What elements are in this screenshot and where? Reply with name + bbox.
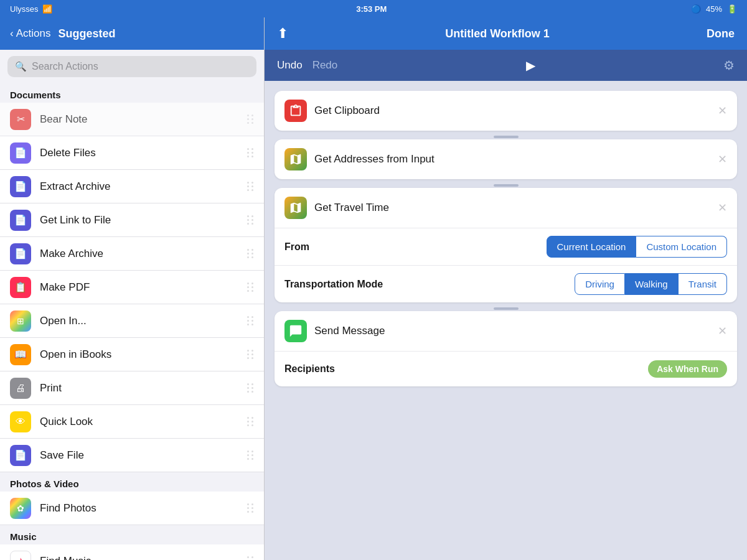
list-item[interactable]: 📄 Delete Files: [0, 136, 264, 170]
action-label: Extract Archive: [40, 180, 242, 193]
list-item[interactable]: 📄 Extract Archive: [0, 170, 264, 203]
play-area: ▶: [347, 58, 713, 73]
wifi-icon: 📶: [42, 4, 52, 14]
status-time: 3:53 PM: [356, 4, 387, 14]
list-item[interactable]: ♪ Find Music: [0, 544, 264, 560]
list-item[interactable]: 📄 Get Link to File: [0, 203, 264, 237]
drag-handle: [247, 148, 254, 157]
workflow-card-get-travel-time: Get Travel Time ✕ From Current Location …: [275, 188, 737, 302]
drag-handle: [247, 503, 254, 513]
custom-location-button[interactable]: Custom Location: [636, 236, 727, 258]
list-item[interactable]: ✂ Bear Note: [0, 103, 264, 136]
list-item[interactable]: 📖 Open in iBooks: [0, 338, 264, 371]
drag-handle: [247, 383, 254, 393]
current-location-button[interactable]: Current Location: [547, 236, 637, 258]
list-item[interactable]: ✿ Find Photos: [0, 492, 264, 525]
section-header-photos: Photos & Video: [0, 472, 264, 492]
action-label: Open in iBooks: [40, 348, 242, 361]
list-item[interactable]: 📄 Save File: [0, 439, 264, 472]
transportation-mode-label: Transportation Mode: [284, 279, 383, 290]
action-icon: 📖: [10, 344, 31, 365]
left-nav-title: Suggested: [58, 27, 115, 40]
action-label: Find Music: [40, 555, 242, 561]
workflow-content: Get Clipboard ✕ Get Addresses from Input…: [265, 81, 747, 560]
drag-handle: [247, 282, 254, 292]
right-nav: ⬆ Untitled Workflow 1 Done: [265, 17, 747, 50]
section-header-documents: Documents: [0, 83, 264, 103]
status-left: Ulysses 📶: [10, 4, 52, 14]
action-label: Find Photos: [40, 502, 242, 515]
list-item[interactable]: 👁 Quick Look: [0, 405, 264, 439]
toolbar: Undo Redo ▶ ⚙: [265, 50, 747, 81]
driving-button[interactable]: Driving: [575, 273, 625, 295]
close-get-clipboard-button[interactable]: ✕: [718, 104, 727, 118]
workflow-title: Untitled Workflow 1: [288, 27, 707, 40]
workflow-card-send-message: Send Message ✕ Recipients Ask When Run: [275, 311, 737, 386]
workflow-card-header: Get Addresses from Input ✕: [275, 139, 737, 179]
close-get-travel-time-button[interactable]: ✕: [718, 201, 727, 215]
walking-button[interactable]: Walking: [625, 273, 679, 295]
search-input[interactable]: Search Actions: [32, 61, 98, 72]
get-addresses-title: Get Addresses from Input: [314, 153, 710, 166]
redo-button[interactable]: Redo: [312, 59, 338, 72]
transportation-mode-segmented-control: Driving Walking Transit: [575, 273, 727, 295]
drag-handle: [247, 417, 254, 426]
settings-icon[interactable]: ⚙: [723, 58, 735, 73]
transit-button[interactable]: Transit: [679, 273, 727, 295]
battery-percent: 45%: [706, 4, 722, 14]
recipients-label: Recipients: [284, 363, 648, 375]
workflow-card-get-addresses: Get Addresses from Input ✕: [275, 139, 737, 179]
play-button[interactable]: ▶: [526, 58, 535, 73]
drag-handle: [247, 249, 254, 258]
close-get-addresses-button[interactable]: ✕: [718, 152, 727, 166]
ask-when-run-badge[interactable]: Ask When Run: [648, 360, 727, 378]
action-label: Delete Files: [40, 147, 242, 159]
transportation-mode-row: Transportation Mode Driving Walking Tran…: [275, 266, 737, 302]
workflow-card-header: Get Clipboard ✕: [275, 91, 737, 131]
back-label: Actions: [16, 27, 51, 40]
search-icon: 🔍: [15, 61, 27, 72]
workflow-card-header: Send Message ✕: [275, 311, 737, 351]
action-icon: 🖨: [10, 378, 31, 399]
left-nav: ‹ Actions Suggested: [0, 17, 264, 50]
undo-button[interactable]: Undo: [277, 59, 303, 72]
close-send-message-button[interactable]: ✕: [718, 324, 727, 338]
status-bar: Ulysses 📶 3:53 PM 🔵 45% 🔋: [0, 0, 747, 17]
get-addresses-icon: [284, 148, 307, 170]
action-icon: ♪: [10, 551, 31, 561]
from-segmented-control: Current Location Custom Location: [547, 236, 727, 258]
workflow-card-get-clipboard: Get Clipboard ✕: [275, 91, 737, 131]
list-item[interactable]: ⊞ Open In...: [0, 304, 264, 338]
status-right: 🔵 45% 🔋: [691, 4, 737, 14]
action-label: Quick Look: [40, 416, 242, 428]
action-icon: ⊞: [10, 310, 31, 332]
action-icon: ✿: [10, 498, 31, 519]
action-label: Make PDF: [40, 281, 242, 294]
action-icon: 📄: [10, 176, 31, 197]
action-icon: 📄: [10, 210, 31, 231]
app-name: Ulysses: [10, 4, 39, 14]
list-item[interactable]: 📋 Make PDF: [0, 271, 264, 304]
action-label: Print: [40, 382, 242, 394]
send-message-icon: [284, 320, 307, 342]
drag-handle: [247, 114, 254, 124]
search-bar[interactable]: 🔍 Search Actions: [7, 56, 256, 77]
done-button[interactable]: Done: [707, 27, 735, 40]
section-header-music: Music: [0, 525, 264, 544]
get-travel-time-icon: [284, 197, 307, 219]
action-label: Bear Note: [40, 113, 242, 126]
back-button[interactable]: ‹ Actions: [10, 27, 50, 40]
drag-handle: [247, 556, 254, 560]
right-panel: ⬆ Untitled Workflow 1 Done Undo Redo ▶ ⚙…: [265, 17, 747, 560]
action-icon: 📄: [10, 142, 31, 164]
workflow-card-header: Get Travel Time ✕: [275, 188, 737, 228]
back-chevron-icon: ‹: [10, 27, 14, 40]
get-travel-time-title: Get Travel Time: [314, 202, 710, 214]
battery-icon: 🔋: [727, 4, 737, 14]
list-item[interactable]: 🖨 Print: [0, 371, 264, 405]
bluetooth-icon: 🔵: [691, 4, 701, 14]
get-clipboard-icon: [284, 100, 307, 122]
share-icon[interactable]: ⬆: [277, 26, 288, 42]
drag-handle: [247, 450, 254, 460]
list-item[interactable]: 📄 Make Archive: [0, 237, 264, 271]
